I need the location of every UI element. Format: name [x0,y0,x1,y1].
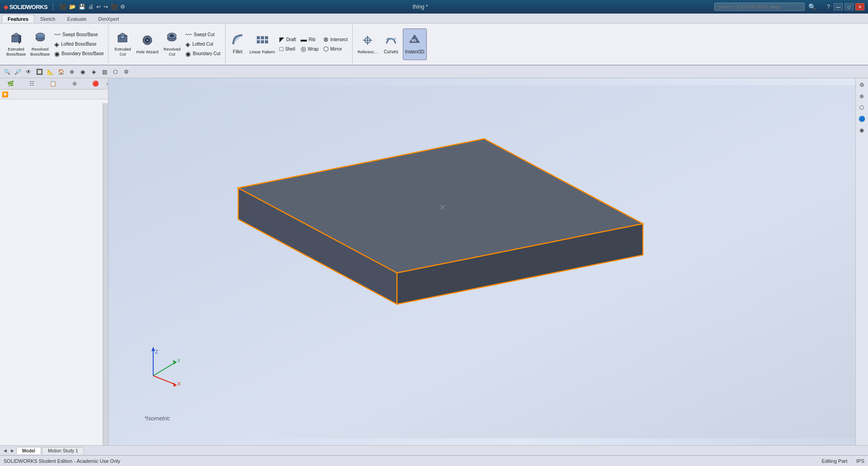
rp-button-2[interactable]: ⊕ [857,91,867,101]
swept-cut-label: Swept Cut [193,32,214,37]
tree-scrollbar[interactable] [103,103,108,445]
extruded-boss-button[interactable]: ExtrudedBoss/Base [5,28,28,60]
close-button[interactable]: ✕ [855,3,864,10]
mirror-label: Mirror [330,47,342,52]
shell-button[interactable]: □ Shell [278,44,298,53]
panel-tab-tree[interactable]: 🌿 [0,78,21,89]
draft-icon: ◤ [279,36,284,43]
titlebar: ◆ SOLIDWORKS ⬛ 📂 💾 🖨 ↩ ↪ ⬛ ⚙ thing * 🔍 ?… [0,0,868,14]
tab-nav-right[interactable]: ▶ [9,447,15,454]
search-input[interactable] [714,3,805,11]
svg-point-14 [170,34,174,37]
tab-nav-left[interactable]: ◀ [2,447,8,454]
view-toolbar: 🔍 🔎 👁 🔲 📐 🏠 ⊕ ◉ ◈ ▨ ⬡ ⚙ [0,66,868,78]
shadows-button[interactable]: ◈ [89,67,99,76]
tab-evaluate[interactable]: Evaluate [61,14,93,23]
home-view-button[interactable]: 🏠 [56,67,66,76]
editing-status: Editing Part [821,458,847,464]
panel-expand[interactable]: › [106,78,108,89]
extruded-boss-label: ExtrudedBoss/Base [6,47,26,57]
swept-boss-button[interactable]: 〰 Swept Boss/Base [52,30,105,39]
view-settings-button[interactable]: ⬡ [110,67,120,76]
wrap-button[interactable]: ◎ Wrap [299,44,321,53]
revolved-boss-button[interactable]: RevolvedBoss/Base [28,28,52,60]
window-controls[interactable]: — □ ✕ [834,3,864,10]
tab-model[interactable]: Model [16,447,41,454]
toolbar-icon-2[interactable]: 📂 [68,3,77,11]
rib-label: Rib [309,37,316,42]
lofted-cut-button[interactable]: ◈ Lofted Cut [184,40,222,49]
measure-button[interactable]: 📐 [45,67,55,76]
panel-tab-appearances[interactable]: 🔴 [85,78,106,89]
appearance-button[interactable]: ◉ [78,67,88,76]
revolved-boss-label: RevolvedBoss/Base [30,47,50,57]
toolbar-icon-4[interactable]: 🖨 [87,3,94,11]
ribbon-buttons-ref: Referenc... Curves 3D [356,25,427,63]
display-style-button[interactable]: ⊕ [67,67,77,76]
svg-text:X: X [177,381,181,386]
reference-button[interactable]: Referenc... [356,28,379,60]
boundary-boss-button[interactable]: ◉ Boundary Boss/Base [52,49,105,58]
draft-button[interactable]: ◤ Draft [278,35,298,44]
boundary-boss-label: Boundary Boss/Base [61,51,104,56]
extruded-boss-icon [10,31,23,46]
extruded-cut-button[interactable]: ExtrudedCut [112,28,133,60]
search-icon[interactable]: 🔍 [808,3,816,10]
tab-dimxpert[interactable]: DimXpert [92,14,125,23]
section-view-button[interactable]: 🔲 [34,67,44,76]
ribbon-group-cut: ExtrudedCut Hole Wizard [109,24,225,64]
toolbar-icon-8[interactable]: ⚙ [119,3,126,11]
toolbar-icon-5[interactable]: ↩ [95,3,102,11]
render-button[interactable]: ⚙ [121,67,131,76]
panel-tab-config[interactable]: 📋 [42,78,64,89]
rp-button-1[interactable]: ⚙ [857,80,867,90]
fillet-button[interactable]: Fillet [229,28,247,60]
rp-button-5[interactable]: ◉ [857,125,867,135]
panel-tab-properties[interactable]: ☷ [21,78,42,89]
rp-button-3[interactable]: ⬡ [857,103,867,113]
hole-wizard-button[interactable]: Hole Wizard [134,28,160,60]
scene-button[interactable]: ▨ [99,67,109,76]
zoom-tool-button[interactable]: 🔍 [2,67,12,76]
minimize-button[interactable]: — [834,3,843,10]
reference-label: Referenc... [358,50,377,55]
swept-cut-button[interactable]: 〰 Swept Cut [184,30,222,39]
svg-rect-20 [265,36,268,39]
panel-tab-matedesign[interactable]: ⊕ [64,78,85,89]
toolbar-icon-7[interactable]: ⬛ [110,3,118,11]
features-col4: ⊗ Intersect ⬡ Mirror [321,35,349,53]
3d-viewport[interactable]: Z Y X *Isometric [108,78,855,445]
boundary-cut-button[interactable]: ◉ Boundary Cut [184,49,222,58]
toolbar-icon-3[interactable]: 💾 [78,3,86,11]
wrap-label: Wrap [308,47,319,52]
linear-pattern-button[interactable]: Linear Pattern [248,28,277,60]
hole-wizard-icon [141,34,154,48]
boundary-cut-label: Boundary Cut [193,51,220,56]
extruded-cut-label: ExtrudedCut [114,47,131,57]
boundary-boss-icon: ◉ [54,50,60,57]
toolbar-icon-1[interactable]: ⬛ [59,3,67,11]
toolbar-icon-6[interactable]: ↪ [103,3,109,11]
tab-sketch[interactable]: Sketch [34,14,61,23]
instant3d-button[interactable]: 3D Instant3D [403,28,427,60]
instant3d-icon: 3D [408,33,421,48]
view-orient-button[interactable]: 👁 [24,67,33,76]
lofted-boss-button[interactable]: ◈ Lofted Boss/Base [52,40,105,49]
tab-motion-study[interactable]: Motion Study 1 [42,447,84,454]
svg-rect-15 [257,40,260,43]
revolved-cut-button[interactable]: RevolvedCut [161,28,183,60]
maximize-button[interactable]: □ [844,3,854,10]
rib-button[interactable]: ▬ Rib [299,35,321,44]
tab-features[interactable]: Features [2,14,34,23]
mirror-button[interactable]: ⬡ Mirror [321,44,349,53]
svg-rect-17 [265,40,268,43]
zoom-area-button[interactable]: 🔎 [13,67,23,76]
curves-button[interactable]: Curves [380,28,402,60]
help-icon[interactable]: ? [827,4,830,10]
intersect-button[interactable]: ⊗ Intersect [321,35,349,44]
rib-icon: ▬ [301,36,307,43]
reference-icon [361,34,374,48]
svg-text:Z: Z [155,349,158,354]
status-bar: SOLIDWORKS Student Edition - Academic Us… [0,455,868,466]
rp-button-4[interactable]: 🔵 [857,114,867,124]
